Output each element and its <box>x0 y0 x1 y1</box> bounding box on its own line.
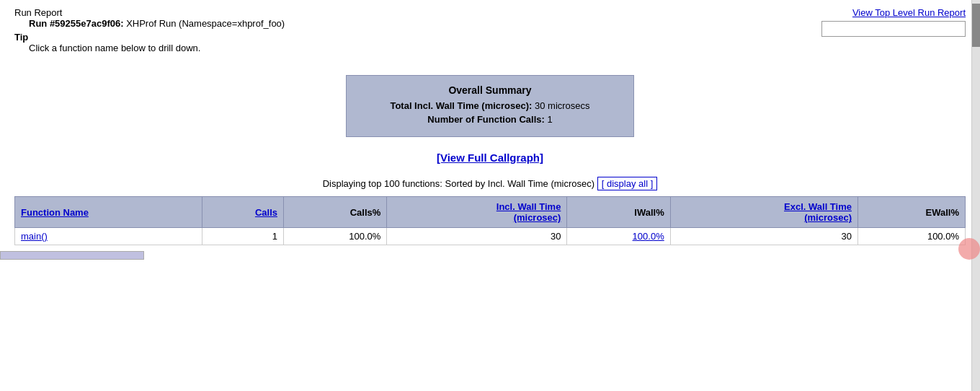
summary-wall-time-label: Total Incl. Wall Time (microsec): <box>390 100 532 111</box>
th-function-name: Function Name <box>15 197 202 228</box>
bottom-right-indicator <box>958 238 980 260</box>
summary-function-calls-value-text: 1 <box>547 114 552 125</box>
tip-label: Tip <box>14 32 28 43</box>
function-name-link[interactable]: main() <box>21 231 48 242</box>
summary-wall-time-row: Total Incl. Wall Time (microsec): 30 mic… <box>361 100 619 111</box>
function-name-sort-link[interactable]: Function Name <box>21 207 89 218</box>
td-calls-pct: 100.0% <box>284 228 387 245</box>
th-iwall-pct: IWall% <box>567 197 670 228</box>
scrollbar-thumb[interactable] <box>972 4 980 47</box>
summary-function-calls-row: Number of Function Calls: 1 <box>361 114 619 125</box>
top-right-area: View Top Level Run Report <box>821 7 966 37</box>
callgraph-section: [View Full Callgraph] <box>14 151 966 164</box>
calls-pct-header: Calls% <box>350 207 381 218</box>
summary-box: Overall Summary Total Incl. Wall Time (m… <box>346 75 634 137</box>
th-excl-wall-time: Excl. Wall Time(microsec) <box>670 197 858 228</box>
run-id-bold: Run #59255e7ac9f06: <box>29 18 124 29</box>
displaying-section: Displaying top 100 functions: Sorted by … <box>14 178 966 189</box>
table-row: main() 1 100.0% 30 100.0% 30 100.0% <box>15 228 966 245</box>
iwall-pct-header: IWall% <box>634 207 664 218</box>
td-incl-wall-time: 30 <box>387 228 567 245</box>
view-top-level-run-report-link[interactable]: View Top Level Run Report <box>852 7 966 18</box>
displaying-text: Displaying top 100 functions: Sorted by … <box>323 178 594 189</box>
td-excl-wall-time: 30 <box>670 228 858 245</box>
td-calls: 1 <box>202 228 284 245</box>
run-id-normal: XHProf Run (Namespace=xhprof_foo) <box>124 18 285 29</box>
th-calls: Calls <box>202 197 284 228</box>
th-calls-pct: Calls% <box>284 197 387 228</box>
table-section: Function Name Calls Calls% Incl. Wall Ti… <box>14 196 966 245</box>
th-ewall-pct: EWall% <box>858 197 965 228</box>
calls-sort-link[interactable]: Calls <box>255 207 277 218</box>
scrollbar[interactable] <box>971 0 980 391</box>
view-full-callgraph-link[interactable]: [View Full Callgraph] <box>437 151 543 164</box>
summary-title: Overall Summary <box>361 84 619 96</box>
tip-text: Click a function name below to drill dow… <box>29 43 966 53</box>
excl-wall-time-sort-link[interactable]: Excl. Wall Time(microsec) <box>784 201 852 223</box>
td-ewall-pct: 100.0% <box>858 228 965 245</box>
td-iwall-pct: 100.0% <box>567 228 670 245</box>
th-incl-wall-time: Incl. Wall Time(microsec) <box>387 197 567 228</box>
search-input[interactable] <box>821 21 966 37</box>
page-wrapper: View Top Level Run Report Run Report Run… <box>0 0 980 260</box>
iwall-pct-link[interactable]: 100.0% <box>633 231 664 242</box>
data-table: Function Name Calls Calls% Incl. Wall Ti… <box>14 196 966 245</box>
display-all-link[interactable]: [ display all ] <box>597 177 658 190</box>
bottom-scrollbar[interactable] <box>0 251 144 260</box>
incl-wall-time-sort-link[interactable]: Incl. Wall Time(microsec) <box>496 201 561 223</box>
summary-function-calls-label: Number of Function Calls: <box>427 114 545 125</box>
summary-wall-time-value-text: 30 microsecs <box>535 100 590 111</box>
td-function-name: main() <box>15 228 202 245</box>
ewall-pct-header: EWall% <box>926 207 959 218</box>
table-header-row: Function Name Calls Calls% Incl. Wall Ti… <box>15 197 966 228</box>
